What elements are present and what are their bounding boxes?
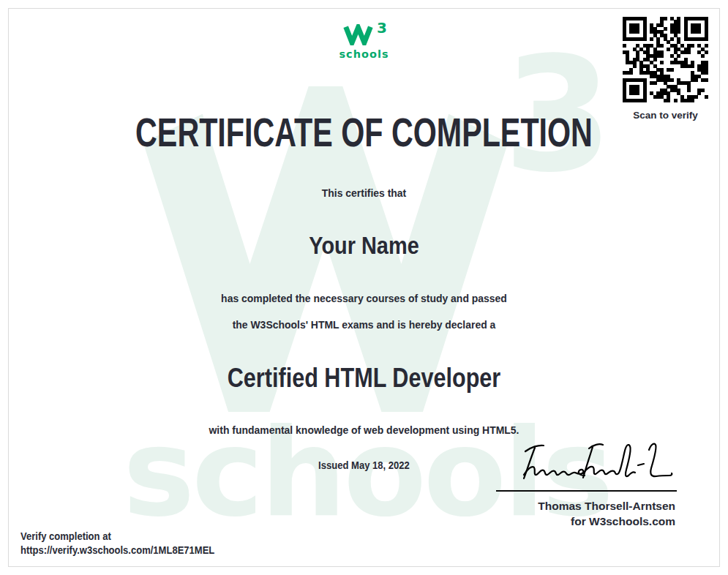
signatory-name: Thomas Thorsell-Arntsen <box>538 498 675 514</box>
qr-block: Scan to verify <box>623 17 708 121</box>
verify-label: Verify completion at <box>20 530 214 544</box>
logo-superscript-3: 3 <box>377 20 387 35</box>
credential-title: Certified HTML Developer <box>55 362 674 394</box>
qr-code-icon <box>623 17 708 102</box>
w3schools-w-icon <box>341 24 375 45</box>
signature-image <box>492 434 675 485</box>
body-line-2: the W3Schools' HTML exams and is hereby … <box>37 318 692 331</box>
signatory-block: Thomas Thorsell-Arntsen for W3schools.co… <box>538 498 675 529</box>
certifies-line: This certifies that <box>37 187 692 200</box>
signatory-for: for W3schools.com <box>538 514 675 529</box>
logo-wordmark: schools <box>339 48 389 60</box>
certificate-title: CERTIFICATE OF COMPLETION <box>91 110 637 156</box>
brand-logo: 3 schools <box>0 24 728 60</box>
verify-url: https://verify.w3schools.com/1ML8E71MEL <box>20 544 214 557</box>
verify-block: Verify completion at https://verify.w3sc… <box>20 530 214 557</box>
body-line-1: has completed the necessary courses of s… <box>37 292 692 305</box>
recipient-name: Your Name <box>55 230 674 260</box>
certificate: { "colors": { "green": "#04AA6D", "dark"… <box>0 0 728 575</box>
signature-divider <box>496 490 677 492</box>
